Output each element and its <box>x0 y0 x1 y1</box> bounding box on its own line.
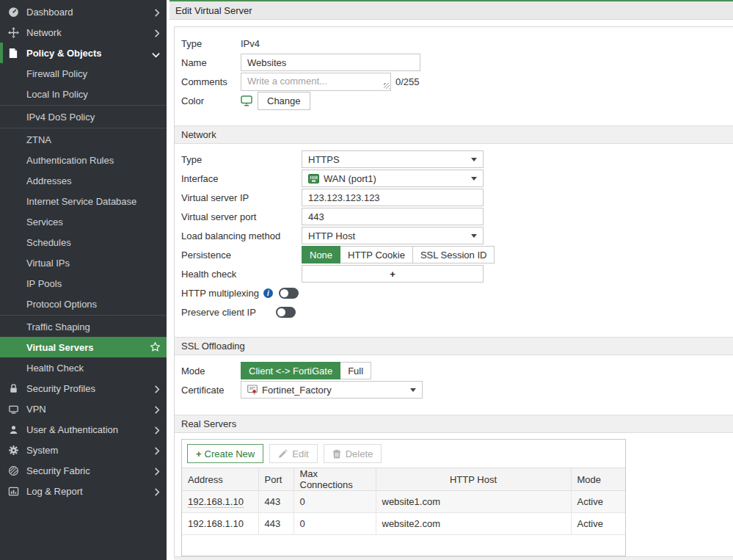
comments-textarea[interactable] <box>241 73 391 91</box>
column-header-max-connections[interactable]: Max Connections <box>293 468 376 491</box>
ssl-mode-full[interactable]: Full <box>340 362 371 379</box>
ssl-offloading-section-header: SSL Offloading <box>175 337 733 355</box>
sidebar-item-network[interactable]: Network <box>0 22 167 43</box>
sidebar-item-security-profiles[interactable]: Security Profiles <box>0 378 167 399</box>
sidebar-separator <box>0 128 167 128</box>
caret-down-icon <box>410 388 416 395</box>
ssl-mode-client-fortigate[interactable]: Client <-> FortiGate <box>241 362 340 379</box>
sidebar-item-vpn[interactable]: VPN <box>0 399 167 419</box>
table-row[interactable]: 192.168.1.10 443 0 website2.com Active <box>182 513 625 535</box>
sidebar-item-health-check[interactable]: Health Check <box>0 357 167 378</box>
log-report-icon <box>7 485 19 497</box>
sidebar-item-label: Policy & Objects <box>26 48 102 59</box>
sidebar-item-traffic-shaping[interactable]: Traffic Shaping <box>0 316 167 337</box>
caret-down-icon <box>471 234 477 241</box>
color-swatch-icon <box>241 95 252 106</box>
health-check-add-button[interactable]: + <box>302 265 484 283</box>
sidebar-item-label: Dashboard <box>26 7 73 18</box>
favorite-star-icon[interactable] <box>150 341 161 354</box>
edit-button[interactable]: Edit <box>269 444 317 463</box>
sidebar-item-virtual-servers[interactable]: Virtual Servers <box>0 337 167 357</box>
cell-max-connections: 0 <box>293 491 376 513</box>
color-label: Color <box>181 95 241 106</box>
network-type-select[interactable]: HTTPS <box>302 150 484 168</box>
sidebar-item-dashboard[interactable]: Dashboard <box>0 1 167 22</box>
sidebar-item-user-authentication[interactable]: User & Authentication <box>0 419 167 440</box>
chevron-right-icon <box>154 446 160 457</box>
user-icon <box>7 423 19 435</box>
chevron-right-icon <box>154 487 160 498</box>
cell-http-host: website2.com <box>376 513 571 535</box>
sidebar-item-virtual-ips[interactable]: Virtual IPs <box>0 252 167 273</box>
chevron-right-icon <box>154 467 160 478</box>
persistence-option-http-cookie[interactable]: HTTP Cookie <box>340 246 413 263</box>
persistence-option-none[interactable]: None <box>302 246 340 263</box>
name-row: Name <box>181 53 733 72</box>
change-color-button[interactable]: Change <box>258 92 310 110</box>
preserve-client-ip-toggle[interactable] <box>276 307 296 318</box>
monitor-icon <box>7 403 19 415</box>
sidebar-item-internet-service-database[interactable]: Internet Service Database <box>0 191 167 211</box>
chevron-right-icon <box>154 426 160 437</box>
chevron-right-icon <box>154 8 160 19</box>
certificate-select[interactable]: Fortinet_Factory <box>241 381 423 399</box>
column-header-address[interactable]: Address <box>182 468 258 491</box>
dashboard-icon <box>7 6 19 18</box>
virtual-server-ip-row: Virtual server IP <box>181 188 733 207</box>
delete-button[interactable]: Delete <box>324 444 382 463</box>
main-content: Edit Virtual Server Type IPv4 Name Comme… <box>167 0 733 560</box>
edit-virtual-server-form: Type IPv4 Name Comments 0/255 Color Chan… <box>174 26 733 560</box>
sidebar-item-ztna[interactable]: ZTNA <box>0 129 167 150</box>
sidebar-item-log-report[interactable]: Log & Report <box>0 481 167 501</box>
column-header-mode[interactable]: Mode <box>571 468 625 491</box>
network-type-row: Type HTTPS <box>181 150 733 169</box>
http-multiplexing-toggle[interactable] <box>279 288 299 299</box>
persistence-option-ssl-session-id[interactable]: SSL Session ID <box>412 246 495 263</box>
load-balancing-select[interactable]: HTTP Host <box>302 227 484 244</box>
virtual-server-port-row: Virtual server port <box>181 207 733 226</box>
network-icon <box>7 26 19 38</box>
sidebar-item-protocol-options[interactable]: Protocol Options <box>0 294 167 314</box>
virtual-server-port-input[interactable] <box>302 208 484 225</box>
column-header-http-host[interactable]: HTTP Host <box>376 468 571 491</box>
ssl-mode-segmented-control: Client <-> FortiGate Full <box>241 362 371 379</box>
network-section-header: Network <box>175 126 733 144</box>
sidebar-item-services[interactable]: Services <box>0 211 167 232</box>
security-fabric-icon <box>7 465 19 476</box>
sidebar-item-ip-pools[interactable]: IP Pools <box>0 273 167 294</box>
column-header-port[interactable]: Port <box>258 468 293 491</box>
gear-icon <box>7 444 19 456</box>
http-multiplexing-row: HTTP multiplexing i <box>181 283 733 302</box>
interface-select[interactable]: WAN (port1) <box>302 170 484 187</box>
cell-port: 443 <box>258 513 293 535</box>
chevron-down-icon <box>152 49 160 60</box>
sidebar-item-schedules[interactable]: Schedules <box>0 232 167 252</box>
real-servers-section-header: Real Servers <box>175 415 733 433</box>
sidebar-item-local-in-policy[interactable]: Local In Policy <box>0 84 167 104</box>
sidebar-item-firewall-policy[interactable]: Firewall Policy <box>0 63 167 84</box>
sidebar-item-authentication-rules[interactable]: Authentication Rules <box>0 150 167 170</box>
chevron-right-icon <box>154 29 160 40</box>
cell-http-host: website1.com <box>376 491 571 513</box>
name-input[interactable] <box>241 54 420 71</box>
comments-label: Comments <box>181 76 241 87</box>
certificate-row: Certificate Fortinet_Factory <box>181 380 733 399</box>
sidebar-item-system[interactable]: System <box>0 440 167 460</box>
persistence-row: Persistence None HTTP Cookie SSL Session… <box>181 245 733 264</box>
sidebar-item-ipv4-dos-policy[interactable]: IPv4 DoS Policy <box>0 106 167 127</box>
create-new-button[interactable]: + Create New <box>187 444 263 463</box>
table-header-row: Address Port Max Connections HTTP Host M… <box>182 468 625 491</box>
info-icon[interactable]: i <box>263 288 273 298</box>
sidebar-item-security-fabric[interactable]: Security Fabric <box>0 460 167 481</box>
comments-row: Comments 0/255 <box>181 72 733 91</box>
virtual-server-ip-input[interactable] <box>302 189 484 206</box>
sidebar-item-policy-objects[interactable]: Policy & Objects <box>0 43 167 63</box>
sidebar-item-addresses[interactable]: Addresses <box>0 170 167 191</box>
table-row[interactable]: 192.168.1.10 443 0 website1.com Active <box>182 491 625 513</box>
cell-address: 192.168.1.10 <box>182 491 258 513</box>
cell-mode: Active <box>571 513 625 535</box>
next-section-bar-partial <box>174 556 733 560</box>
preserve-client-ip-row: Preserve client IP <box>181 302 733 321</box>
cell-port: 443 <box>258 491 293 513</box>
color-row: Color Change <box>181 91 733 110</box>
